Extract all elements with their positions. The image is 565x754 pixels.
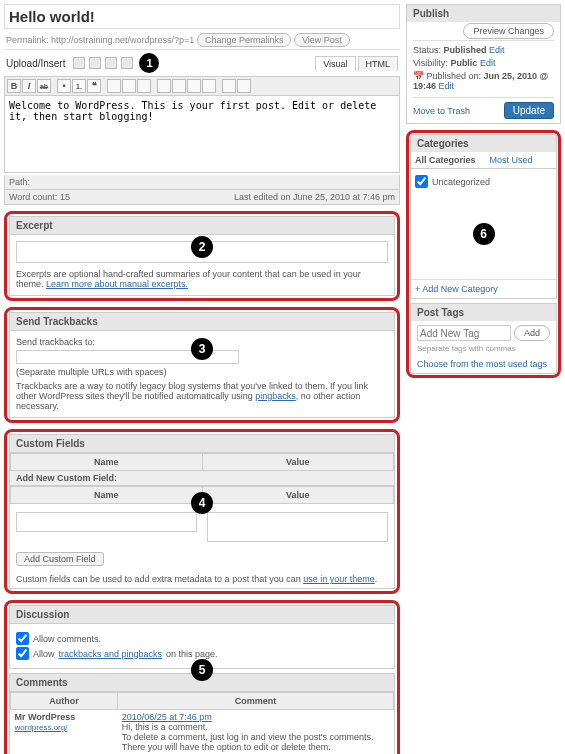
word-count: Word count: 15 [9, 192, 70, 202]
add-image-icon[interactable] [73, 57, 85, 69]
comment-author-name: Mr WordPress [15, 712, 114, 722]
cf-help-b: . [375, 574, 378, 584]
more-button[interactable] [187, 79, 201, 93]
cf-value-header-2: Value [202, 487, 394, 504]
add-audio-icon[interactable] [105, 57, 117, 69]
trackbacks-header[interactable]: Send Trackbacks [9, 312, 395, 331]
visibility-label: Visibility: [413, 58, 448, 68]
add-custom-field-button[interactable]: Add Custom Field [16, 552, 104, 566]
link-button[interactable] [157, 79, 171, 93]
upload-insert-label: Upload/Insert [6, 58, 65, 69]
callout-badge-6: 6 [473, 223, 495, 245]
choose-tags-link[interactable]: Choose from the most used tags [417, 359, 550, 369]
add-media-icon[interactable] [121, 57, 133, 69]
add-tag-button[interactable]: Add [514, 325, 550, 341]
post-tags-header[interactable]: Post Tags [411, 304, 556, 321]
callout-badge-3: 3 [191, 338, 213, 360]
allow-comments-label: Allow comments. [33, 634, 101, 644]
align-center-button[interactable] [122, 79, 136, 93]
bold-button[interactable]: B [7, 79, 21, 93]
post-title[interactable]: Hello world! [9, 8, 395, 25]
trackbacks-pingbacks-link[interactable]: trackbacks and pingbacks [59, 649, 163, 659]
allow-tb-b: on this page. [166, 649, 218, 659]
comment-timestamp-link[interactable]: 2010/06/25 at 7:46 pm [122, 712, 212, 722]
callout-badge-5: 5 [191, 659, 213, 681]
tag-input[interactable] [417, 325, 511, 341]
editor-path-label: Path: [9, 177, 30, 187]
callout-badge-2: 2 [191, 236, 213, 258]
tab-all-categories[interactable]: All Categories [413, 152, 478, 168]
cf-help-a: Custom fields can be used to add extra m… [16, 574, 303, 584]
last-edited: Last edited on June 25, 2010 at 7:46 pm [234, 192, 395, 202]
move-to-trash-link[interactable]: Move to Trash [413, 106, 470, 116]
excerpt-header[interactable]: Excerpt [9, 216, 395, 235]
visibility-value: Public [450, 58, 477, 68]
visibility-edit-link[interactable]: Edit [480, 58, 496, 68]
permalink-row: Permalink: http://ostraining.net/wordpre… [4, 29, 400, 49]
cf-name-header-2: Name [11, 487, 203, 504]
ul-button[interactable]: • [57, 79, 71, 93]
allow-trackbacks-checkbox[interactable] [16, 647, 29, 660]
ol-button[interactable]: 1. [72, 79, 86, 93]
permalink-label: Permalink: [6, 35, 49, 45]
publish-header[interactable]: Publish [407, 5, 560, 22]
fullscreen-button[interactable] [222, 79, 236, 93]
comments-author-hdr: Author [11, 693, 118, 710]
content-editor[interactable]: Welcome to WordPress. This is your first… [4, 95, 400, 173]
schedule-edit-link[interactable]: Edit [439, 81, 455, 91]
callout-badge-1: 1 [139, 53, 159, 73]
view-post-button[interactable]: View Post [294, 33, 350, 47]
cf-name-input[interactable] [16, 512, 197, 532]
allow-comments-checkbox[interactable] [16, 632, 29, 645]
publish-box: Publish Preview Changes Status: Publishe… [406, 4, 561, 124]
trackbacks-note-separate: (Separate multiple URLs with spaces) [16, 367, 388, 377]
add-new-category-link[interactable]: + Add New Category [415, 284, 498, 294]
align-left-button[interactable] [107, 79, 121, 93]
comments-comment-hdr: Comment [118, 693, 394, 710]
callout-badge-4: 4 [191, 492, 213, 514]
update-button[interactable]: Update [504, 102, 554, 119]
category-checkbox-uncategorized[interactable] [415, 175, 428, 188]
tags-note: Separate tags with commas [417, 344, 550, 353]
align-right-button[interactable] [137, 79, 151, 93]
cf-name-header: Name [11, 454, 203, 471]
add-video-icon[interactable] [89, 57, 101, 69]
kitchensink-button[interactable] [237, 79, 251, 93]
published-on-label: Published on: [427, 71, 482, 81]
status-label: Status: [413, 45, 441, 55]
permalink-url: http://ostraining.net/wordpress/?p=1 [51, 35, 194, 45]
strike-button[interactable]: ab [37, 79, 51, 93]
comment-author-site-link[interactable]: wordpress.org/ [15, 723, 68, 732]
allow-tb-a: Allow [33, 649, 55, 659]
italic-button[interactable]: I [22, 79, 36, 93]
discussion-header[interactable]: Discussion [9, 605, 395, 624]
status-edit-link[interactable]: Edit [489, 45, 505, 55]
cf-value-header: Value [202, 454, 394, 471]
spellcheck-button[interactable] [202, 79, 216, 93]
categories-callout: 6 Categories All Categories Most Used Un… [406, 130, 561, 378]
cf-add-new-label: Add New Custom Field: [10, 471, 394, 486]
excerpt-learn-more-link[interactable]: Learn more about manual excerpts. [46, 279, 188, 289]
categories-header[interactable]: Categories [411, 135, 556, 152]
quote-button[interactable]: ❝ [87, 79, 101, 93]
preview-changes-button[interactable]: Preview Changes [463, 23, 554, 39]
tab-visual[interactable]: Visual [315, 56, 355, 71]
status-value: Published [444, 45, 487, 55]
pingbacks-link[interactable]: pingbacks [255, 391, 296, 401]
change-permalinks-button[interactable]: Change Permalinks [197, 33, 292, 47]
comment-body: Hi, this is a comment. To delete a comme… [122, 722, 390, 752]
cf-help-link[interactable]: use in your theme [303, 574, 375, 584]
editor-toolbar: B I ab • 1. ❝ [4, 76, 400, 95]
custom-fields-header[interactable]: Custom Fields [9, 434, 395, 453]
tab-most-used[interactable]: Most Used [488, 152, 535, 168]
cf-value-input[interactable] [207, 512, 388, 542]
unlink-button[interactable] [172, 79, 186, 93]
category-label: Uncategorized [432, 177, 490, 187]
tab-html[interactable]: HTML [358, 56, 399, 71]
